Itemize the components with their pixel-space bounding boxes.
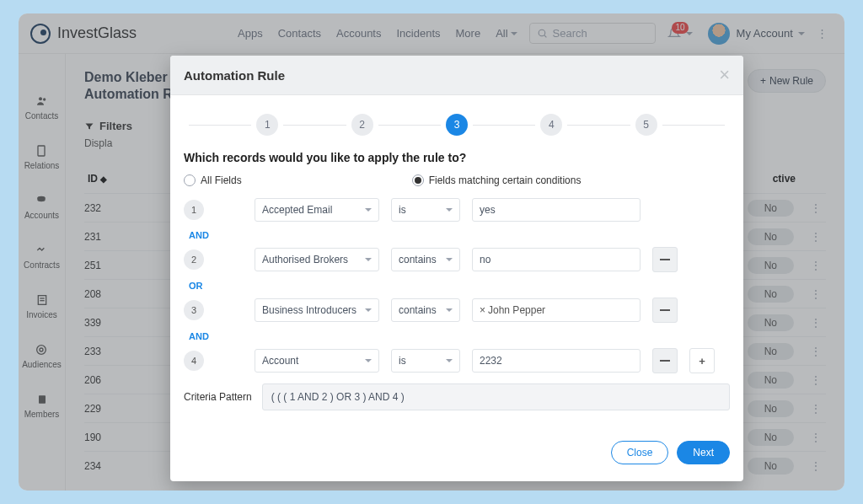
remove-condition-button[interactable] (652, 247, 678, 272)
operator-select[interactable]: contains (391, 298, 460, 322)
modal-title: Automation Rule (184, 68, 285, 83)
step-5[interactable]: 5 (635, 114, 657, 136)
modal-overlay: Automation Rule × 1 2 3 4 5 (19, 13, 844, 491)
operator-select[interactable]: is (391, 198, 460, 222)
chevron-down-icon (446, 208, 453, 212)
add-condition-button[interactable]: + (689, 348, 715, 373)
chevron-down-icon (446, 308, 453, 312)
value-input[interactable]: 2232 (472, 349, 641, 373)
chevron-down-icon (365, 359, 372, 362)
chevron-down-icon (446, 258, 453, 261)
svg-rect-14 (660, 360, 670, 362)
criteria-label: Criteria Pattern (184, 391, 252, 403)
field-select[interactable]: Accepted Email (255, 198, 379, 222)
close-icon[interactable]: × (719, 66, 730, 84)
value-tag[interactable]: × John Pepper (480, 304, 545, 316)
field-select[interactable]: Account (255, 349, 379, 373)
value-input[interactable]: yes (472, 198, 641, 222)
field-select[interactable]: Business Introducers (255, 298, 379, 322)
radio-all-fields[interactable]: All Fields (184, 174, 242, 186)
remove-condition-button[interactable] (652, 298, 678, 323)
condition-number: 4 (184, 351, 204, 371)
svg-rect-12 (660, 259, 670, 260)
modal-header: Automation Rule × (170, 56, 743, 95)
logic-operator[interactable]: OR (189, 281, 730, 291)
modal-body: 1 2 3 4 5 Which records would you like t… (170, 95, 743, 481)
chevron-down-icon (446, 359, 453, 362)
step-2[interactable]: 2 (351, 114, 373, 136)
step-bar: 1 2 3 4 5 (184, 114, 730, 136)
criteria-pattern-row: Criteria Pattern ( ( ( 1 AND 2 ) OR 3 ) … (184, 383, 730, 410)
modal-question: Which records would you like to apply th… (184, 151, 730, 164)
logic-operator[interactable]: AND (189, 331, 730, 341)
condition-row: 2 Authorised Brokers contains no (184, 247, 730, 272)
operator-select[interactable]: is (391, 349, 460, 373)
modal-footer: Close Next (184, 441, 730, 464)
logic-operator[interactable]: AND (189, 230, 730, 240)
conditions-list: 1 Accepted Email is yes AND 2 Authorised… (184, 198, 730, 373)
tag-remove-icon[interactable]: × (480, 304, 485, 316)
step-3[interactable]: 3 (446, 114, 468, 136)
condition-row: 1 Accepted Email is yes (184, 198, 730, 222)
app-frame: InvestGlass Apps Contacts Accounts Incid… (19, 13, 844, 491)
step-1[interactable]: 1 (256, 114, 278, 136)
chevron-down-icon (365, 308, 372, 312)
field-select[interactable]: Authorised Brokers (255, 248, 379, 271)
remove-condition-button[interactable] (652, 348, 678, 373)
operator-select[interactable]: contains (391, 248, 460, 271)
value-input[interactable]: × John Pepper (472, 298, 641, 322)
condition-row: 4 Account is 2232 + (184, 348, 730, 373)
radio-conditions[interactable]: Fields matching certain conditions (412, 174, 582, 186)
chevron-down-icon (365, 258, 372, 261)
close-button[interactable]: Close (611, 441, 669, 464)
scope-radio-group: All Fields Fields matching certain condi… (184, 174, 730, 186)
svg-rect-13 (660, 309, 670, 311)
chevron-down-icon (365, 208, 372, 212)
condition-number: 1 (184, 200, 204, 220)
condition-row: 3 Business Introducers contains × John P… (184, 298, 730, 323)
automation-rule-modal: Automation Rule × 1 2 3 4 5 (170, 56, 743, 481)
criteria-pattern-input[interactable]: ( ( ( 1 AND 2 ) OR 3 ) AND 4 ) (262, 383, 730, 410)
condition-number: 3 (184, 300, 204, 320)
next-button[interactable]: Next (677, 441, 730, 464)
condition-number: 2 (184, 249, 204, 270)
value-input[interactable]: no (472, 248, 641, 271)
step-4[interactable]: 4 (540, 114, 562, 136)
